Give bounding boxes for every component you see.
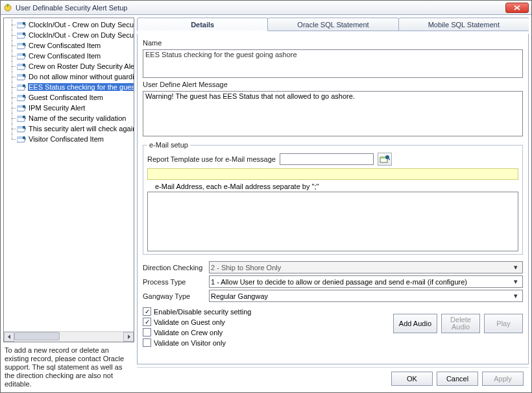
close-icon (514, 5, 520, 10)
checks-col: ✓ Enable/Disable security setting ✓ Vali… (143, 307, 251, 347)
tree-item[interactable]: Do not allow minor without guardian to (4, 71, 134, 82)
validate-visitor-label: Validate on Visitor only (154, 339, 226, 347)
validate-guest-checkbox[interactable]: ✓ (143, 318, 151, 326)
validate-crew-row[interactable]: Validate on Crew only (143, 328, 251, 336)
tree-connector (8, 19, 17, 30)
report-template-label: Report Template use for e-Mail message (147, 155, 276, 163)
tree-item[interactable]: This security alert will check against i… (4, 123, 134, 134)
validate-guest-row[interactable]: ✓ Validate on Guest only (143, 318, 251, 326)
tree-item-label: Crew Confiscated Item (28, 42, 101, 49)
dialog-button-bar: OK Cancel Apply (137, 367, 529, 390)
page-icon (17, 136, 26, 143)
tree-item-label: Crew on Roster Duty Security Alert (28, 62, 134, 70)
tree-connector (8, 92, 17, 103)
scroll-right-button[interactable] (123, 332, 134, 342)
gangway-type-value: Regular Gangway (211, 292, 268, 300)
page-icon (17, 42, 26, 49)
page-icon (17, 73, 26, 81)
process-type-value: 1 - Allow User to decide to allow or den… (211, 278, 467, 286)
scroll-left-button[interactable] (4, 332, 14, 342)
page-icon (17, 105, 26, 112)
window: User Definable Security Alert Setup Cloc… (0, 0, 532, 393)
chevron-down-icon: ▾ (511, 277, 521, 286)
tree-item[interactable]: ClockIn/Out - Crew on Duty Security Al (4, 30, 134, 40)
email-setup-group: e-Mail setup Report Template use for e-M… (143, 141, 523, 255)
tree-item[interactable]: Visitor Confiscated Item (4, 134, 134, 144)
tab[interactable]: Details (137, 18, 268, 31)
tree[interactable]: ClockIn/Out - Crew on Duty Security AlCl… (4, 18, 134, 146)
validate-guest-label: Validate on Guest only (154, 318, 225, 326)
delete-audio-button: DeleteAudio (441, 314, 480, 333)
tree-item-label: Name of the security validation (28, 114, 127, 122)
chevron-down-icon: ▾ (511, 263, 521, 272)
tab[interactable]: Oracle SQL Statement (267, 18, 398, 31)
app-icon (3, 3, 12, 12)
email-address-hint: e-Mail Address, each e-Mail address sepa… (147, 183, 518, 190)
validate-visitor-row[interactable]: Validate on Visitor only (143, 338, 251, 347)
alert-message-input[interactable] (143, 91, 523, 136)
titlebar: User Definable Security Alert Setup (1, 1, 531, 15)
report-template-input[interactable] (280, 153, 374, 165)
svg-rect-1 (7, 4, 8, 7)
cancel-button[interactable]: Cancel (437, 372, 478, 386)
page-icon (17, 32, 26, 39)
scroll-track[interactable] (14, 332, 123, 342)
email-address-list[interactable] (147, 192, 518, 251)
msg-label: User Define Alert Message (143, 81, 523, 88)
tree-item[interactable]: Crew on Roster Duty Security Alert (4, 61, 134, 71)
tree-item[interactable]: Crew Confiscated Item (4, 51, 134, 61)
page-icon (17, 21, 26, 29)
page-icon (17, 84, 26, 91)
page-icon (17, 125, 26, 133)
tree-item[interactable]: Crew Confiscated Item (4, 40, 134, 51)
close-button[interactable] (505, 3, 529, 13)
play-button: Play (484, 314, 523, 333)
process-label: Process Type (143, 278, 206, 286)
tree-item[interactable]: Name of the security validation (4, 113, 134, 123)
tab-body-details: Name User Define Alert Message e-Mail se… (137, 34, 529, 364)
tab[interactable]: Mobile SQL Statement (398, 18, 529, 31)
direction-label: Direction Checking (143, 264, 206, 272)
tree-item-label: EES Status checking for the guest going (28, 83, 134, 91)
tree-item-label: Guest Confiscated Item (28, 94, 104, 101)
enable-disable-row[interactable]: ✓ Enable/Disable security setting (143, 307, 251, 316)
tree-connector (8, 82, 17, 92)
name-input[interactable] (143, 49, 523, 78)
enable-disable-checkbox[interactable]: ✓ (143, 307, 151, 316)
report-template-browse-button[interactable] (378, 153, 392, 166)
tree-hscrollbar[interactable] (4, 331, 134, 342)
add-audio-button[interactable]: Add Audio (393, 314, 437, 333)
tree-panel: ClockIn/Out - Crew on Duty Security AlCl… (3, 18, 134, 342)
tree-connector (8, 71, 17, 82)
settings-grid: Direction Checking 2 - Ship to Shore Onl… (143, 261, 523, 302)
tab-bar: DetailsOracle SQL StatementMobile SQL St… (137, 18, 529, 31)
validate-crew-checkbox[interactable] (143, 328, 151, 336)
validate-crew-label: Validate on Crew only (154, 329, 223, 336)
tree-connector (8, 134, 17, 144)
ok-button[interactable]: OK (391, 372, 433, 386)
tree-item-label: ClockIn/Out - Crew on Duty Security Al (28, 21, 134, 29)
tree-connector (8, 123, 17, 134)
body: ClockIn/Out - Crew on Duty Security AlCl… (1, 15, 531, 392)
tree-item[interactable]: Guest Confiscated Item (4, 92, 134, 103)
page-icon (17, 53, 26, 60)
tree-connector (8, 113, 17, 123)
browse-icon (380, 155, 390, 164)
tree-item[interactable]: ClockIn/Out - Crew on Duty Security Al (4, 19, 134, 30)
help-text: To add a new record or delete an existin… (3, 345, 134, 390)
tree-connector (8, 30, 17, 40)
validate-visitor-checkbox[interactable] (143, 338, 151, 347)
chevron-down-icon: ▾ (511, 292, 521, 300)
process-type-select[interactable]: 1 - Allow User to decide to allow or den… (209, 275, 523, 288)
report-template-row: Report Template use for e-Mail message (147, 153, 518, 166)
left-column: ClockIn/Out - Crew on Duty Security AlCl… (3, 18, 134, 390)
email-yellow-field[interactable] (147, 168, 518, 180)
enable-disable-label: Enable/Disable security setting (154, 308, 251, 316)
tree-item[interactable]: IPM Security Alert (4, 103, 134, 113)
email-setup-legend: e-Mail setup (147, 141, 190, 149)
tree-item-label: Do not allow minor without guardian to (28, 73, 134, 81)
tree-item[interactable]: EES Status checking for the guest going (4, 82, 134, 92)
scroll-thumb[interactable] (14, 332, 60, 340)
gangway-type-select[interactable]: Regular Gangway ▾ (209, 290, 523, 302)
tree-item-label: This security alert will check against i… (28, 125, 134, 133)
